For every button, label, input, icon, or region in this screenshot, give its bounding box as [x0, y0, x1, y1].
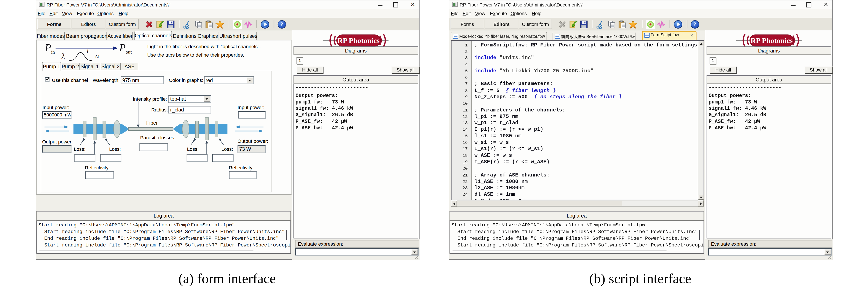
- svg-text:RP Photonics: RP Photonics: [750, 36, 793, 44]
- svg-text:RP Photonics: RP Photonics: [337, 36, 379, 44]
